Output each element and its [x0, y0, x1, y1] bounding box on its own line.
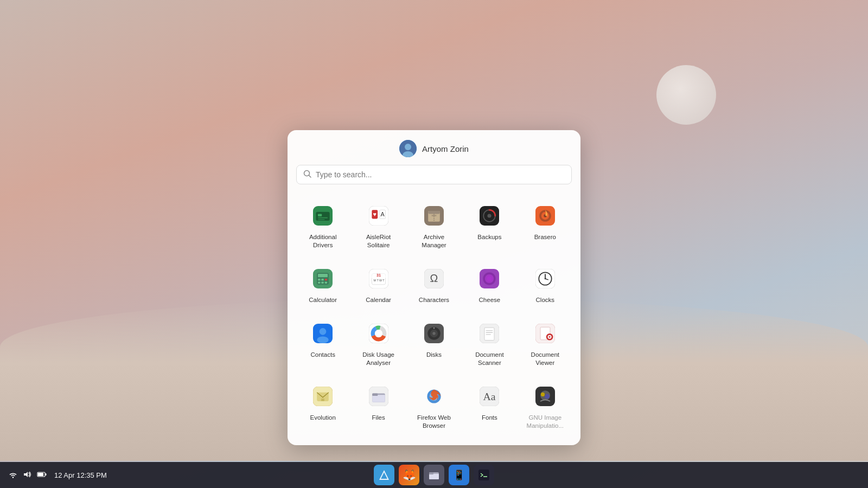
- app-item-calculator[interactable]: Calculator: [296, 258, 349, 311]
- svg-text:31: 31: [376, 273, 381, 278]
- svg-point-22: [488, 214, 492, 217]
- app-item-contacts[interactable]: Contacts: [296, 313, 349, 374]
- desktop: Artyom Zorin Additional Drivers ♥: [0, 0, 868, 488]
- app-item-calendar[interactable]: 31 M T W T Calendar: [352, 258, 405, 311]
- svg-rect-105: [38, 473, 43, 476]
- app-label-archive-manager: Archive Manager: [411, 233, 457, 249]
- svg-rect-32: [325, 279, 328, 281]
- taskbar-firefox[interactable]: 🦊: [399, 465, 419, 485]
- system-tray: [9, 471, 47, 480]
- svg-rect-99: [429, 472, 433, 474]
- svg-point-50: [487, 276, 492, 281]
- app-item-cheese[interactable]: Cheese: [463, 258, 516, 311]
- app-label-additional-drivers: Additional Drivers: [299, 233, 346, 249]
- search-input[interactable]: [316, 170, 565, 179]
- search-icon: [303, 170, 311, 179]
- app-item-brasero[interactable]: Brasero: [519, 195, 572, 256]
- svg-point-57: [320, 328, 327, 335]
- svg-point-94: [545, 394, 550, 399]
- app-label-calendar: Calendar: [366, 296, 391, 304]
- app-label-characters: Characters: [419, 296, 449, 304]
- app-icon-firefox-web-browser: [420, 382, 448, 410]
- svg-point-78: [549, 336, 551, 338]
- app-label-clocks: Clocks: [536, 296, 555, 304]
- taskbar-apps: 🦊 📱: [374, 465, 494, 485]
- svg-text:✉: ✉: [321, 397, 324, 402]
- app-item-archive-manager[interactable]: Archive Manager: [407, 195, 461, 256]
- datetime: 12 Apr 12:35 PM: [54, 471, 107, 479]
- app-icon-additional-drivers: [309, 202, 337, 230]
- app-item-firefox-web-browser[interactable]: Firefox Web Browser: [407, 376, 461, 436]
- svg-text:♥: ♥: [373, 211, 376, 217]
- svg-point-67: [432, 332, 435, 335]
- app-label-calculator: Calculator: [309, 296, 337, 304]
- app-item-fonts[interactable]: Aa Fonts: [463, 376, 516, 436]
- app-label-fonts: Fonts: [482, 414, 497, 422]
- app-item-document-scanner[interactable]: Document Scanner: [463, 313, 516, 374]
- svg-text:M: M: [373, 279, 376, 282]
- app-icon-characters: Ω: [420, 265, 448, 293]
- app-label-backups: Backups: [477, 233, 501, 241]
- app-icon-backups: [475, 202, 503, 230]
- svg-point-55: [544, 278, 546, 280]
- svg-point-58: [317, 336, 329, 343]
- user-name: Artyom Zorin: [422, 144, 469, 153]
- app-icon-cheese: [475, 265, 503, 293]
- app-item-disk-usage-analyser[interactable]: Disk Usage Analyser: [352, 313, 405, 374]
- app-launcher: Artyom Zorin Additional Drivers ♥: [288, 130, 580, 445]
- taskbar-terminal[interactable]: [474, 465, 494, 485]
- app-label-contacts: Contacts: [311, 351, 335, 359]
- svg-line-4: [309, 176, 311, 178]
- search-bar[interactable]: [296, 165, 572, 184]
- app-item-document-viewer[interactable]: Document Viewer: [519, 313, 572, 374]
- app-grid: Additional Drivers ♥ A AisleRiot Solitai…: [288, 191, 580, 445]
- taskbar-files[interactable]: [424, 465, 444, 485]
- app-item-files[interactable]: Files: [352, 376, 405, 436]
- app-icon-disks: [420, 319, 448, 348]
- app-icon-archive-manager: [420, 202, 448, 230]
- app-label-disks: Disks: [426, 351, 442, 359]
- app-label-gnu-image-manipulation: GNU Image Manipulatio...: [522, 414, 569, 430]
- taskbar: 🦊 📱: [0, 462, 868, 488]
- svg-rect-106: [46, 473, 47, 476]
- app-item-clocks[interactable]: Clocks: [519, 258, 572, 311]
- app-item-aisle-riot-solitaire[interactable]: ♥ A AisleRiot Solitaire: [352, 195, 405, 256]
- svg-text:Aa: Aa: [483, 390, 496, 402]
- app-label-files: Files: [372, 414, 385, 422]
- svg-rect-30: [318, 279, 321, 281]
- app-item-additional-drivers[interactable]: Additional Drivers: [296, 195, 349, 256]
- app-label-evolution: Evolution: [310, 414, 336, 422]
- svg-rect-17: [428, 211, 440, 214]
- svg-rect-34: [321, 281, 324, 284]
- wifi-icon: [9, 471, 17, 480]
- svg-rect-9: [318, 219, 325, 220]
- app-item-disks[interactable]: Disks: [407, 313, 461, 374]
- app-icon-fonts: Aa: [475, 382, 503, 410]
- app-label-brasero: Brasero: [534, 233, 556, 241]
- app-label-document-viewer: Document Viewer: [522, 351, 569, 367]
- app-icon-calendar: 31 M T W T: [365, 265, 393, 293]
- app-icon-files: [365, 382, 393, 410]
- taskbar-zorin-menu[interactable]: [374, 465, 394, 485]
- moon-decoration: [656, 65, 716, 125]
- volume-icon: [23, 471, 31, 480]
- user-header: Artyom Zorin: [288, 130, 580, 165]
- svg-text:A: A: [380, 211, 385, 217]
- avatar: [399, 140, 417, 157]
- app-item-backups[interactable]: Backups: [463, 195, 516, 256]
- app-item-gnu-image-manipulation[interactable]: GNU Image Manipulatio...: [519, 376, 572, 436]
- app-label-document-scanner: Document Scanner: [466, 351, 513, 367]
- taskbar-zorin-connect[interactable]: 📱: [449, 465, 469, 485]
- app-icon-disk-usage-analyser: [365, 319, 393, 348]
- app-label-cheese: Cheese: [479, 296, 501, 304]
- app-item-evolution[interactable]: ✉ Evolution: [296, 376, 349, 436]
- app-icon-aisle-riot-solitaire: ♥ A: [365, 202, 393, 230]
- svg-rect-100: [478, 470, 489, 480]
- svg-point-93: [541, 392, 545, 396]
- svg-rect-84: [372, 395, 385, 402]
- app-icon-contacts: [309, 319, 337, 348]
- svg-point-1: [405, 144, 411, 150]
- app-item-characters[interactable]: Ω Characters: [407, 258, 461, 311]
- svg-rect-31: [321, 279, 324, 281]
- svg-rect-19: [431, 215, 436, 216]
